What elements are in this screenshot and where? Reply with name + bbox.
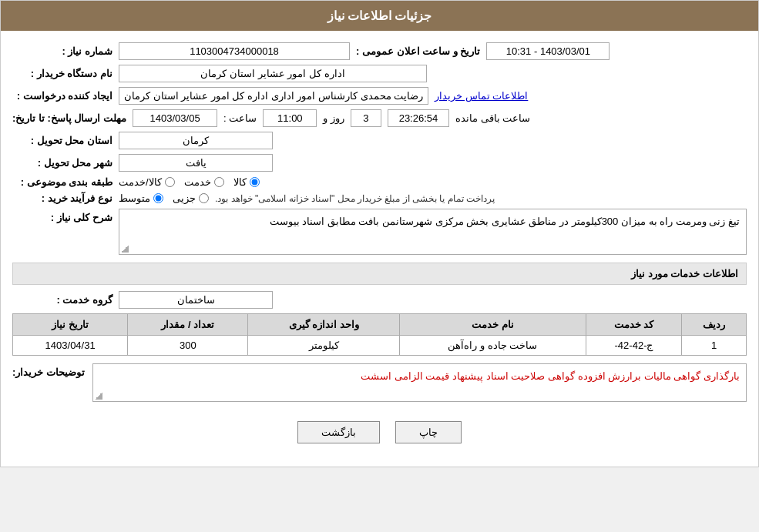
buyer-notes-value: بارگذاری گواهی مالیات برارزش افزوده گواه…: [92, 363, 747, 402]
category-row: طبقه بندی موضوعی : کالا/خدمت خدمت کالا: [12, 176, 747, 188]
city-label: شهر محل تحویل :: [12, 157, 113, 169]
cell-unit: کیلومتر: [248, 336, 400, 356]
category-option-goods[interactable]: کالا: [233, 176, 260, 188]
cell-service-name: ساخت جاده و راه‌آهن: [400, 336, 586, 356]
category-radio-goods-services[interactable]: [165, 177, 175, 187]
remaining-days-label: روز و: [323, 112, 344, 124]
buyer-name-value: اداره کل امور عشایر استان کرمان: [119, 65, 427, 82]
need-number-label: شماره نیاز :: [12, 45, 113, 57]
deadline-row: مهلت ارسال پاسخ: تا تاریخ: 1403/03/05 سا…: [12, 109, 747, 127]
cell-service-code: ج-42-42-: [586, 336, 682, 356]
remaining-time-value: 23:26:54: [388, 109, 449, 127]
cell-quantity: 300: [128, 336, 248, 356]
city-value: یافت: [119, 154, 273, 172]
deadline-date-value: 1403/03/05: [133, 109, 217, 127]
remaining-time-label: ساعت باقی مانده: [455, 112, 530, 124]
col-row-num: ردیف: [682, 314, 747, 336]
purchase-type-minor-label: جزیی: [173, 192, 196, 204]
category-label: طبقه بندی موضوعی :: [12, 176, 113, 188]
col-service-name: نام خدمت: [400, 314, 586, 336]
purchase-type-minor[interactable]: جزیی: [173, 192, 209, 204]
need-description-label: شرح کلی نیاز :: [12, 209, 113, 223]
table-row: 1 ج-42-42- ساخت جاده و راه‌آهن کیلومتر 3…: [13, 336, 747, 356]
purchase-type-label: نوع فرآیند خرید :: [12, 192, 113, 204]
purchase-type-medium[interactable]: متوسط: [119, 192, 163, 204]
col-service-code: کد خدمت: [586, 314, 682, 336]
need-description-row: شرح کلی نیاز : تیغ زنی ومرمت راه به میزا…: [12, 209, 747, 255]
notes-resize-handle: [95, 392, 102, 400]
need-number-row: شماره نیاز : 1103004734000018 تاریخ و سا…: [12, 42, 747, 60]
purchase-type-medium-label: متوسط: [119, 192, 150, 204]
service-group-row: گروه خدمت : ساختمان: [12, 291, 747, 309]
need-number-value: 1103004734000018: [119, 42, 350, 60]
deadline-label: مهلت ارسال پاسخ: تا تاریخ:: [12, 112, 126, 124]
purchase-type-radio-group: متوسط جزیی: [119, 192, 209, 204]
service-group-label: گروه خدمت :: [12, 294, 113, 306]
creator-row: ایجاد کننده درخواست : رضایت محمدی کارشنا…: [12, 87, 747, 105]
buyer-name-row: نام دستگاه خریدار : اداره کل امور عشایر …: [12, 65, 747, 82]
service-group-value: ساختمان: [119, 291, 273, 309]
province-row: استان محل تحویل : کرمان: [12, 132, 747, 149]
creator-link[interactable]: اطلاعات تماس خریدار: [435, 90, 528, 102]
category-option-goods-label: کالا: [233, 176, 247, 188]
need-description-value: تیغ زنی ومرمت راه به میزان 300کیلومتر در…: [119, 209, 747, 255]
col-quantity: تعداد / مقدار: [128, 314, 248, 336]
services-table: ردیف کد خدمت نام خدمت واحد اندازه گیری ت…: [12, 313, 747, 356]
buyer-notes-label: توضیحات خریدار:: [12, 363, 85, 378]
category-option-goods-services[interactable]: کالا/خدمت: [119, 176, 175, 188]
category-radio-goods[interactable]: [250, 177, 260, 187]
buttons-row: چاپ بازگشت: [12, 410, 747, 455]
category-option-service-label: خدمت: [184, 176, 211, 188]
creator-value: رضایت محمدی کارشناس امور اداری اداره کل …: [119, 87, 428, 105]
cell-row-num: 1: [682, 336, 747, 356]
print-button[interactable]: چاپ: [395, 421, 462, 443]
page-header: جزئیات اطلاعات نیاز: [1, 1, 758, 31]
province-label: استان محل تحویل :: [12, 135, 113, 146]
purchase-type-radio-minor[interactable]: [199, 193, 209, 203]
deadline-time-label: ساعت :: [223, 112, 257, 124]
purchase-type-row: نوع فرآیند خرید : متوسط جزیی پرداخت تمام…: [12, 192, 747, 204]
buyer-name-label: نام دستگاه خریدار :: [12, 68, 113, 79]
purchase-type-note: پرداخت تمام یا بخشی از مبلغ خریدار محل "…: [215, 193, 495, 204]
category-radio-group: کالا/خدمت خدمت کالا: [119, 176, 260, 188]
remaining-days-value: 3: [351, 109, 381, 127]
province-value: کرمان: [119, 132, 273, 149]
purchase-type-radio-medium[interactable]: [153, 193, 163, 203]
back-button[interactable]: بازگشت: [297, 421, 380, 443]
services-table-header-row: ردیف کد خدمت نام خدمت واحد اندازه گیری ت…: [13, 314, 747, 336]
category-option-goods-services-label: کالا/خدمت: [119, 176, 162, 188]
cell-date: 1403/04/31: [13, 336, 128, 356]
city-row: شهر محل تحویل : یافت: [12, 154, 747, 172]
col-date: تاریخ نیاز: [13, 314, 128, 336]
creator-label: ایجاد کننده درخواست :: [12, 90, 113, 102]
resize-handle: [121, 245, 129, 253]
category-option-service[interactable]: خدمت: [184, 176, 224, 188]
category-radio-service[interactable]: [214, 177, 224, 187]
deadline-time-value: 11:00: [263, 109, 317, 127]
services-section-header: اطلاعات خدمات مورد نیاز: [12, 263, 747, 285]
announce-datetime-value: 1403/03/01 - 10:31: [486, 42, 610, 60]
page-title: جزئیات اطلاعات نیاز: [327, 9, 432, 22]
announce-datetime-label: تاریخ و ساعت اعلان عمومی :: [356, 45, 480, 57]
buyer-notes-section: توضیحات خریدار: بارگذاری گواهی مالیات بر…: [12, 363, 747, 402]
col-unit: واحد اندازه گیری: [248, 314, 400, 336]
